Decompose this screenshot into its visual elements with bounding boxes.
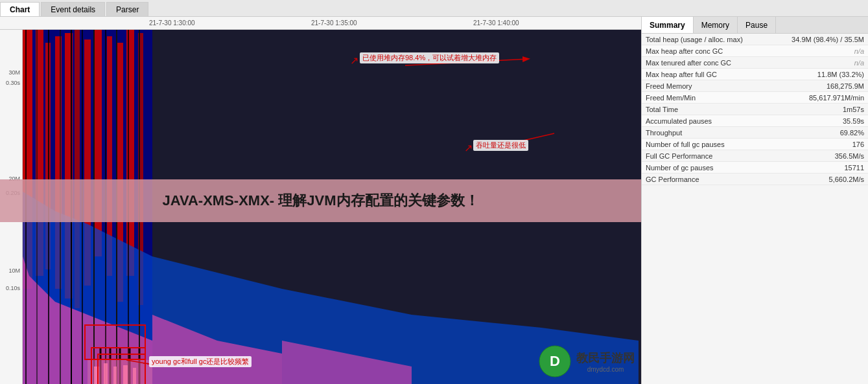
watermark-text-block: 教民手游网 dmydcd.com xyxy=(576,350,635,373)
summary-value: 69.82% xyxy=(764,128,868,138)
summary-key: Accumulated pauses xyxy=(642,116,764,126)
summary-row: Freed Mem/Min85,617.971M/min xyxy=(642,92,868,104)
svg-text:D: D xyxy=(550,353,560,369)
tab-event-details[interactable]: Event details xyxy=(41,2,105,16)
summary-table: Total heap (usage / alloc. max)34.9M (98… xyxy=(642,34,868,384)
summary-row: Freed Memory168,275.9M xyxy=(642,80,868,92)
summary-value: 85,617.971M/min xyxy=(764,93,868,103)
summary-value: 35.59s xyxy=(764,116,868,126)
summary-value: n/a xyxy=(764,46,868,56)
summary-row: Full GC Performance356.5M/s xyxy=(642,150,868,162)
summary-row: Accumulated pauses35.59s xyxy=(642,115,868,127)
summary-row: Max tenured after conc GCn/a xyxy=(642,57,868,69)
summary-value: 168,275.9M xyxy=(764,81,868,91)
tab-parser[interactable]: Parser xyxy=(106,2,148,16)
time-label-2: 21-7-30 1:35:00 xyxy=(311,19,357,27)
summary-row: GC Performance5,660.2M/s xyxy=(642,174,868,185)
red-box-3 xyxy=(97,354,146,384)
summary-key: Full GC Performance xyxy=(642,151,764,161)
right-tab-bar: Summary Memory Pause xyxy=(642,17,868,34)
summary-key: Total heap (usage / alloc. max) xyxy=(642,34,764,45)
summary-value: 34.9M (98.4%) / 35.5M xyxy=(764,34,868,45)
summary-value: 5,660.2M/s xyxy=(764,174,868,185)
tab-pause[interactable]: Pause xyxy=(738,17,776,33)
y-label-30s: 0.30s xyxy=(6,80,20,86)
summary-key: Max tenured after conc GC xyxy=(642,58,764,68)
right-panel: Summary Memory Pause Total heap (usage /… xyxy=(641,17,868,384)
banner-text: JAVA-XMS-XMX- 理解JVM内存配置的关键参数！ xyxy=(162,192,478,209)
y-label-01s: 0.10s xyxy=(6,285,20,291)
summary-row: Total heap (usage / alloc. max)34.9M (98… xyxy=(642,34,868,45)
banner: JAVA-XMS-XMX- 理解JVM内存配置的关键参数！ xyxy=(0,179,641,222)
summary-row: Max heap after conc GCn/a xyxy=(642,45,868,57)
annotation-throughput: 吞吐量还是很低 xyxy=(473,140,528,151)
summary-row: Total Time1m57s xyxy=(642,104,868,115)
summary-row: Throughput69.82% xyxy=(642,127,868,139)
y-label-30m: 30M xyxy=(8,69,20,76)
summary-key: Total Time xyxy=(642,104,764,115)
time-axis: 21-7-30 1:30:00 21-7-30 1:35:00 21-7-30 … xyxy=(0,17,641,30)
annotation-arrow-1: ↗ xyxy=(350,54,358,67)
annotation-arrow-3: → xyxy=(141,358,150,368)
summary-key: Number of full gc pauses xyxy=(642,139,764,150)
summary-key: Max heap after conc GC xyxy=(642,46,764,56)
tab-memory[interactable]: Memory xyxy=(694,17,738,33)
summary-value: 356.5M/s xyxy=(764,151,868,161)
tab-summary[interactable]: Summary xyxy=(642,17,694,33)
main-content: 21-7-30 1:30:00 21-7-30 1:35:00 21-7-30 … xyxy=(0,17,868,384)
summary-key: Throughput xyxy=(642,128,764,138)
summary-row: Number of gc pauses15711 xyxy=(642,162,868,174)
summary-key: Freed Mem/Min xyxy=(642,93,764,103)
watermark-title: 教民手游网 xyxy=(576,350,635,366)
tab-chart[interactable]: Chart xyxy=(0,2,40,16)
summary-value: 11.8M (33.2%) xyxy=(764,69,868,80)
y-label-10m: 10M xyxy=(8,267,20,274)
summary-row: Number of full gc pauses176 xyxy=(642,139,868,150)
summary-value: 176 xyxy=(764,139,868,150)
summary-value: 1m57s xyxy=(764,104,868,115)
svg-rect-13 xyxy=(126,30,134,276)
watermark-subtitle: dmydcd.com xyxy=(587,366,624,373)
watermark: D 教民手游网 dmydcd.com xyxy=(539,345,635,378)
time-label-3: 21-7-30 1:40:00 xyxy=(473,19,519,27)
summary-key: Freed Memory xyxy=(642,81,764,91)
annotation-gc-frequency: young gc和full gc还是比较频繁 xyxy=(149,356,252,367)
annotation-arrow-2: ↗ xyxy=(464,142,473,154)
summary-key: GC Performance xyxy=(642,174,764,185)
summary-value: n/a xyxy=(764,58,868,68)
watermark-logo-icon: D xyxy=(539,345,571,378)
annotation-heap-usage: 已使用堆内存98.4%，可以试着增大堆内存 xyxy=(360,52,499,63)
svg-rect-10 xyxy=(94,30,102,256)
summary-key: Max heap after full GC xyxy=(642,69,764,80)
summary-row: Max heap after full GC11.8M (33.2%) xyxy=(642,69,868,80)
summary-value: 15711 xyxy=(764,163,868,173)
summary-key: Number of gc pauses xyxy=(642,163,764,173)
main-tab-bar: Chart Event details Parser xyxy=(0,0,868,17)
time-label-1: 21-7-30 1:30:00 xyxy=(149,19,195,27)
chart-area: 21-7-30 1:30:00 21-7-30 1:35:00 21-7-30 … xyxy=(0,17,641,384)
